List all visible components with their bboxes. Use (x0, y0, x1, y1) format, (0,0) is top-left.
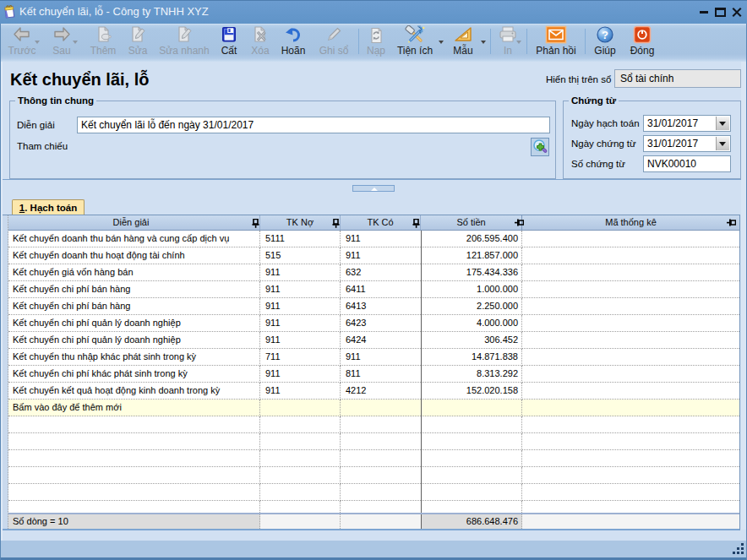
svg-text:?: ? (602, 29, 608, 41)
